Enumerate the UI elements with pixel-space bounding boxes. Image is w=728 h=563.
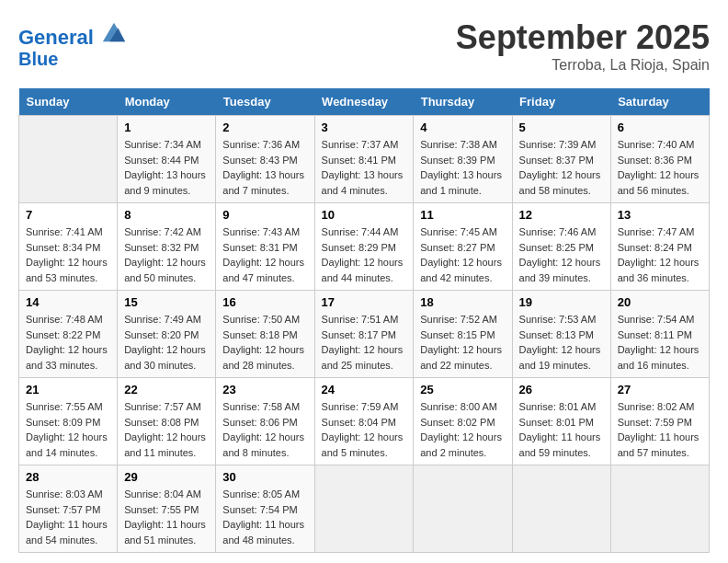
month-title: September 2025 xyxy=(456,18,710,57)
page-header: General Blue September 2025 Terroba, La … xyxy=(18,18,710,74)
day-info: Sunrise: 7:59 AM Sunset: 8:04 PM Dayligh… xyxy=(322,399,407,460)
day-number: 8 xyxy=(124,208,209,222)
calendar-cell: 4Sunrise: 7:38 AM Sunset: 8:39 PM Daylig… xyxy=(414,116,512,203)
weekday-header-friday: Friday xyxy=(512,88,610,116)
calendar-table: SundayMondayTuesdayWednesdayThursdayFrid… xyxy=(18,88,710,553)
calendar-cell: 13Sunrise: 7:47 AM Sunset: 8:24 PM Dayli… xyxy=(610,203,709,291)
day-number: 30 xyxy=(222,470,307,484)
calendar-cell: 12Sunrise: 7:46 AM Sunset: 8:25 PM Dayli… xyxy=(512,203,610,291)
day-info: Sunrise: 7:53 AM Sunset: 8:13 PM Dayligh… xyxy=(519,312,604,373)
calendar-cell: 2Sunrise: 7:36 AM Sunset: 8:43 PM Daylig… xyxy=(216,116,314,203)
day-number: 1 xyxy=(124,121,209,134)
day-info: Sunrise: 7:50 AM Sunset: 8:18 PM Dayligh… xyxy=(222,312,307,373)
calendar-cell: 24Sunrise: 7:59 AM Sunset: 8:04 PM Dayli… xyxy=(314,378,414,465)
day-info: Sunrise: 7:46 AM Sunset: 8:25 PM Dayligh… xyxy=(519,224,604,285)
calendar-cell: 8Sunrise: 7:42 AM Sunset: 8:32 PM Daylig… xyxy=(118,203,216,291)
calendar-cell: 14Sunrise: 7:48 AM Sunset: 8:22 PM Dayli… xyxy=(19,291,118,378)
day-info: Sunrise: 7:44 AM Sunset: 8:29 PM Dayligh… xyxy=(322,224,407,285)
day-number: 2 xyxy=(222,121,307,134)
day-number: 4 xyxy=(420,121,505,134)
day-info: Sunrise: 8:05 AM Sunset: 7:54 PM Dayligh… xyxy=(222,487,307,547)
location: Terroba, La Rioja, Spain xyxy=(456,57,710,74)
weekday-header-saturday: Saturday xyxy=(610,88,709,116)
day-number: 27 xyxy=(618,383,702,396)
day-number: 15 xyxy=(124,295,209,309)
day-number: 3 xyxy=(322,121,407,134)
calendar-cell: 1Sunrise: 7:34 AM Sunset: 8:44 PM Daylig… xyxy=(118,116,216,203)
calendar-cell xyxy=(414,465,512,553)
day-info: Sunrise: 7:47 AM Sunset: 8:24 PM Dayligh… xyxy=(618,224,702,285)
calendar-cell: 27Sunrise: 8:02 AM Sunset: 7:59 PM Dayli… xyxy=(610,378,709,465)
day-number: 20 xyxy=(618,295,702,309)
day-number: 21 xyxy=(26,383,110,396)
calendar-cell: 20Sunrise: 7:54 AM Sunset: 8:11 PM Dayli… xyxy=(610,291,709,378)
day-info: Sunrise: 8:01 AM Sunset: 8:01 PM Dayligh… xyxy=(519,399,604,460)
day-number: 22 xyxy=(124,383,209,396)
day-info: Sunrise: 7:45 AM Sunset: 8:27 PM Dayligh… xyxy=(420,224,505,285)
week-row-3: 14Sunrise: 7:48 AM Sunset: 8:22 PM Dayli… xyxy=(19,291,710,378)
day-info: Sunrise: 7:38 AM Sunset: 8:39 PM Dayligh… xyxy=(420,137,505,198)
calendar-cell: 11Sunrise: 7:45 AM Sunset: 8:27 PM Dayli… xyxy=(414,203,512,291)
week-row-1: 1Sunrise: 7:34 AM Sunset: 8:44 PM Daylig… xyxy=(19,116,710,203)
week-row-5: 28Sunrise: 8:03 AM Sunset: 7:57 PM Dayli… xyxy=(19,465,710,553)
day-number: 28 xyxy=(26,470,110,484)
calendar-cell: 5Sunrise: 7:39 AM Sunset: 8:37 PM Daylig… xyxy=(512,116,610,203)
day-info: Sunrise: 8:03 AM Sunset: 7:57 PM Dayligh… xyxy=(26,487,110,547)
day-info: Sunrise: 8:02 AM Sunset: 7:59 PM Dayligh… xyxy=(618,399,702,460)
day-info: Sunrise: 7:37 AM Sunset: 8:41 PM Dayligh… xyxy=(322,137,407,198)
calendar-cell: 26Sunrise: 8:01 AM Sunset: 8:01 PM Dayli… xyxy=(512,378,610,465)
calendar-cell: 10Sunrise: 7:44 AM Sunset: 8:29 PM Dayli… xyxy=(314,203,414,291)
day-number: 12 xyxy=(519,208,604,222)
title-block: September 2025 Terroba, La Rioja, Spain xyxy=(456,18,710,74)
calendar-cell: 30Sunrise: 8:05 AM Sunset: 7:54 PM Dayli… xyxy=(216,465,314,553)
logo-subtext: Blue xyxy=(18,49,127,69)
calendar-cell xyxy=(610,465,709,553)
calendar-cell: 6Sunrise: 7:40 AM Sunset: 8:36 PM Daylig… xyxy=(610,116,709,203)
calendar-cell: 29Sunrise: 8:04 AM Sunset: 7:55 PM Dayli… xyxy=(118,465,216,553)
day-info: Sunrise: 7:49 AM Sunset: 8:20 PM Dayligh… xyxy=(124,312,209,373)
day-number: 24 xyxy=(322,383,407,396)
day-number: 14 xyxy=(26,295,110,309)
weekday-header-sunday: Sunday xyxy=(19,88,118,116)
day-number: 5 xyxy=(519,121,604,134)
calendar-cell: 23Sunrise: 7:58 AM Sunset: 8:06 PM Dayli… xyxy=(216,378,314,465)
calendar-cell: 9Sunrise: 7:43 AM Sunset: 8:31 PM Daylig… xyxy=(216,203,314,291)
weekday-header-monday: Monday xyxy=(118,88,216,116)
week-row-2: 7Sunrise: 7:41 AM Sunset: 8:34 PM Daylig… xyxy=(19,203,710,291)
logo: General Blue xyxy=(18,18,127,69)
calendar-cell: 19Sunrise: 7:53 AM Sunset: 8:13 PM Dayli… xyxy=(512,291,610,378)
day-info: Sunrise: 7:41 AM Sunset: 8:34 PM Dayligh… xyxy=(26,224,110,285)
logo-icon xyxy=(101,18,127,44)
weekday-header-tuesday: Tuesday xyxy=(216,88,314,116)
calendar-cell: 28Sunrise: 8:03 AM Sunset: 7:57 PM Dayli… xyxy=(19,465,118,553)
weekday-header-row: SundayMondayTuesdayWednesdayThursdayFrid… xyxy=(19,88,710,116)
day-info: Sunrise: 7:57 AM Sunset: 8:08 PM Dayligh… xyxy=(124,399,209,460)
calendar-cell xyxy=(19,116,118,203)
day-number: 29 xyxy=(124,470,209,484)
day-info: Sunrise: 7:48 AM Sunset: 8:22 PM Dayligh… xyxy=(26,312,110,373)
day-info: Sunrise: 7:55 AM Sunset: 8:09 PM Dayligh… xyxy=(26,399,110,460)
day-info: Sunrise: 7:52 AM Sunset: 8:15 PM Dayligh… xyxy=(420,312,505,373)
calendar-cell: 21Sunrise: 7:55 AM Sunset: 8:09 PM Dayli… xyxy=(19,378,118,465)
day-number: 7 xyxy=(26,208,110,222)
calendar-cell: 16Sunrise: 7:50 AM Sunset: 8:18 PM Dayli… xyxy=(216,291,314,378)
day-number: 25 xyxy=(420,383,505,396)
day-info: Sunrise: 7:54 AM Sunset: 8:11 PM Dayligh… xyxy=(618,312,702,373)
logo-text: General xyxy=(18,18,127,49)
weekday-header-thursday: Thursday xyxy=(414,88,512,116)
day-info: Sunrise: 7:43 AM Sunset: 8:31 PM Dayligh… xyxy=(222,224,307,285)
day-info: Sunrise: 8:04 AM Sunset: 7:55 PM Dayligh… xyxy=(124,487,209,547)
weekday-header-wednesday: Wednesday xyxy=(314,88,414,116)
calendar-cell: 22Sunrise: 7:57 AM Sunset: 8:08 PM Dayli… xyxy=(118,378,216,465)
day-number: 17 xyxy=(322,295,407,309)
day-number: 6 xyxy=(618,121,702,134)
week-row-4: 21Sunrise: 7:55 AM Sunset: 8:09 PM Dayli… xyxy=(19,378,710,465)
day-number: 13 xyxy=(618,208,702,222)
day-number: 26 xyxy=(519,383,604,396)
calendar-cell: 18Sunrise: 7:52 AM Sunset: 8:15 PM Dayli… xyxy=(414,291,512,378)
day-info: Sunrise: 7:40 AM Sunset: 8:36 PM Dayligh… xyxy=(618,137,702,198)
calendar-cell: 25Sunrise: 8:00 AM Sunset: 8:02 PM Dayli… xyxy=(414,378,512,465)
day-info: Sunrise: 7:42 AM Sunset: 8:32 PM Dayligh… xyxy=(124,224,209,285)
calendar-cell: 3Sunrise: 7:37 AM Sunset: 8:41 PM Daylig… xyxy=(314,116,414,203)
calendar-cell: 7Sunrise: 7:41 AM Sunset: 8:34 PM Daylig… xyxy=(19,203,118,291)
